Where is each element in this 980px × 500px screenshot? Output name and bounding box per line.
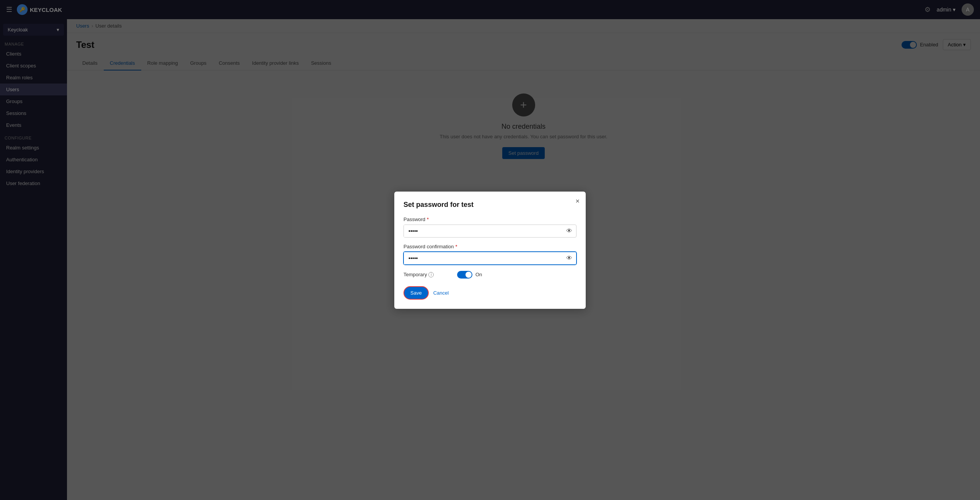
modal-title: Set password for test: [403, 201, 577, 209]
password-confirmation-label: Password confirmation *: [403, 244, 577, 249]
temporary-on-label: On: [475, 272, 482, 277]
password-label: Password *: [403, 216, 577, 222]
password-input-wrap: 👁: [403, 225, 577, 238]
required-star: *: [427, 216, 429, 222]
required-star-confirm: *: [456, 244, 457, 249]
eye-icon-confirm: 👁: [566, 255, 572, 262]
temporary-toggle-thumb: [466, 272, 472, 278]
temporary-toggle-row: Temporary i On: [403, 271, 577, 279]
temporary-info-icon[interactable]: i: [428, 272, 434, 277]
set-password-modal: Set password for test × Password * 👁 Pas…: [394, 192, 586, 309]
password-eye-button[interactable]: 👁: [562, 228, 576, 234]
password-confirmation-field-group: Password confirmation * 👁: [403, 244, 577, 265]
modal-footer: Save Cancel: [403, 286, 577, 300]
modal-close-button[interactable]: ×: [575, 198, 580, 205]
password-input[interactable]: [404, 225, 562, 237]
modal-overlay: Set password for test × Password * 👁 Pas…: [0, 0, 980, 500]
password-confirmation-eye-button[interactable]: 👁: [562, 255, 576, 262]
cancel-button[interactable]: Cancel: [433, 290, 449, 296]
save-button[interactable]: Save: [403, 286, 429, 300]
temporary-label: Temporary i: [403, 272, 457, 277]
password-confirmation-input[interactable]: [404, 252, 562, 264]
temporary-toggle[interactable]: [457, 271, 472, 279]
password-field-group: Password * 👁: [403, 216, 577, 238]
eye-icon: 👁: [566, 228, 572, 234]
password-confirmation-input-wrap: 👁: [403, 252, 577, 265]
